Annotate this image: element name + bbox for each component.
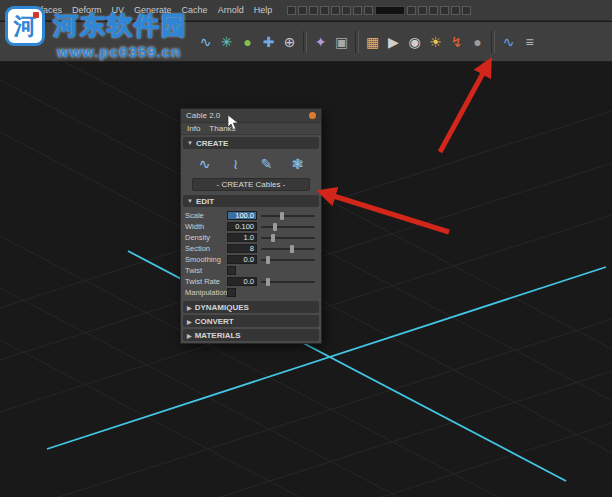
- layout-shortcut-button[interactable]: [309, 6, 318, 15]
- field-label-twist: Twist: [185, 266, 227, 275]
- create-icons-row: ∿≀✎❃: [181, 151, 321, 177]
- layout-shortcut-button[interactable]: [429, 6, 438, 15]
- timeline-box: [375, 6, 405, 15]
- field-label-section: Section: [185, 244, 227, 253]
- layout-shortcut-button[interactable]: [353, 6, 362, 15]
- layout-shortcut-button[interactable]: [451, 6, 460, 15]
- chevron-down-icon: ▼: [187, 198, 193, 204]
- slider-handle[interactable]: [266, 256, 270, 264]
- field-label-density: Density: [185, 233, 227, 242]
- layout-shortcut-button[interactable]: [462, 6, 471, 15]
- chevron-down-icon: ▼: [187, 140, 193, 146]
- star-curve-icon[interactable]: ✳: [217, 31, 237, 53]
- chevron-right-icon: ▶: [187, 304, 192, 311]
- box-tool-icon[interactable]: ▣: [332, 31, 352, 53]
- slider-smoothing[interactable]: [261, 255, 317, 265]
- panel-titlebar[interactable]: Cable 2.0: [181, 109, 321, 123]
- slider-twist-rate[interactable]: [261, 277, 317, 287]
- panel-menubar: InfoThanks: [181, 123, 321, 135]
- layout-shortcut-button[interactable]: [331, 6, 340, 15]
- edit-fields: Scale100.0Width0.100Density1.0Section8Sm…: [181, 209, 321, 299]
- create-cable-light-icon[interactable]: ❃: [287, 153, 309, 175]
- options-icon[interactable]: ≡: [520, 31, 540, 53]
- layout-shortcut-button[interactable]: [287, 6, 296, 15]
- close-icon[interactable]: [309, 112, 316, 119]
- field-label-smoothing: Smoothing: [185, 255, 227, 264]
- watermark-url: www.pc0359.cn: [57, 43, 215, 60]
- slider-handle[interactable]: [266, 278, 270, 286]
- layout-shortcut-button[interactable]: [320, 6, 329, 15]
- layout-shortcut-button[interactable]: [440, 6, 449, 15]
- field-input-width[interactable]: 0.100: [227, 222, 257, 231]
- slider-handle[interactable]: [280, 212, 284, 220]
- panel-tab-info[interactable]: Info: [187, 124, 200, 133]
- star-tool-icon[interactable]: ✦: [311, 31, 331, 53]
- create-cable-arc-icon[interactable]: ≀: [225, 153, 247, 175]
- section-create[interactable]: ▼ CREATE: [183, 137, 319, 149]
- menu-item-arnold[interactable]: Arnold: [213, 5, 249, 15]
- checkbox-manipulation[interactable]: [227, 288, 236, 297]
- watermark-logo-char: 河: [14, 11, 37, 42]
- field-row-width: Width0.100: [181, 221, 321, 232]
- create-cable-curve-icon[interactable]: ∿: [194, 153, 216, 175]
- slider-handle[interactable]: [271, 234, 275, 242]
- slider-handle[interactable]: [290, 245, 294, 253]
- sun-icon[interactable]: ☀: [426, 31, 446, 53]
- layout-shortcut-button[interactable]: [342, 6, 351, 15]
- field-row-section: Section8: [181, 243, 321, 254]
- slider-section[interactable]: [261, 244, 317, 254]
- add-curve-icon[interactable]: ✚: [259, 31, 279, 53]
- slider-density[interactable]: [261, 233, 317, 243]
- field-row-manipulation: Manipulation: [181, 287, 321, 298]
- cable-panel: Cable 2.0 InfoThanks ▼ CREATE ∿≀✎❃ - CRE…: [180, 108, 322, 344]
- gray-sphere-icon[interactable]: ●: [468, 31, 488, 53]
- slider-handle[interactable]: [273, 223, 277, 231]
- slider-width[interactable]: [261, 222, 317, 232]
- field-row-scale: Scale100.0: [181, 210, 321, 221]
- section-edit[interactable]: ▼ EDIT: [183, 195, 319, 207]
- watermark-site-name: 河东软件园: [53, 6, 188, 44]
- field-row-density: Density1.0: [181, 232, 321, 243]
- section-dynamiques[interactable]: ▶DYNAMIQUES: [183, 301, 319, 313]
- slider-scale[interactable]: [261, 211, 317, 221]
- green-sphere-icon[interactable]: ●: [238, 31, 258, 53]
- section-label-convert: CONVERT: [195, 317, 234, 326]
- section-label-dynamiques: DYNAMIQUES: [195, 303, 249, 312]
- image-tool-icon[interactable]: ▦: [363, 31, 383, 53]
- shelf-separator: [355, 31, 359, 53]
- section-convert[interactable]: ▶CONVERT: [183, 315, 319, 327]
- field-input-smoothing[interactable]: 0.0: [227, 255, 257, 264]
- layout-shortcut-buttons: [287, 6, 471, 15]
- create-cable-pencil-icon[interactable]: ✎: [256, 153, 278, 175]
- layout-shortcut-button[interactable]: [407, 6, 416, 15]
- field-label-manipulation: Manipulation: [185, 288, 227, 297]
- field-row-twist: Twist: [181, 265, 321, 276]
- magnifier-icon[interactable]: ⊕: [280, 31, 300, 53]
- field-input-section[interactable]: 8: [227, 244, 257, 253]
- slider-track: [261, 248, 315, 250]
- field-label-twist-rate: Twist Rate: [185, 277, 227, 286]
- field-row-smoothing: Smoothing0.0: [181, 254, 321, 265]
- hook-tool-icon[interactable]: ↯: [447, 31, 467, 53]
- panel-tab-thanks[interactable]: Thanks: [209, 124, 235, 133]
- create-cables-button[interactable]: - CREATE Cables -: [192, 178, 310, 191]
- section-label-materials: MATERIALS: [195, 331, 241, 340]
- play-icon[interactable]: ▶: [384, 31, 404, 53]
- field-input-twist-rate[interactable]: 0.0: [227, 277, 257, 286]
- layout-shortcut-button[interactable]: [298, 6, 307, 15]
- checkbox-twist[interactable]: [227, 266, 236, 275]
- cable-plugin-icon[interactable]: ∿: [499, 31, 519, 53]
- layout-shortcut-button[interactable]: [418, 6, 427, 15]
- panel-title: Cable 2.0: [186, 111, 220, 120]
- section-materials[interactable]: ▶MATERIALS: [183, 329, 319, 341]
- field-input-density[interactable]: 1.0: [227, 233, 257, 242]
- layout-shortcut-button[interactable]: [364, 6, 373, 15]
- field-label-width: Width: [185, 222, 227, 231]
- circle-tool-icon[interactable]: ◉: [405, 31, 425, 53]
- watermark-logo: 河: [5, 6, 45, 46]
- section-create-label: CREATE: [196, 139, 228, 148]
- shelf-separator: [491, 31, 495, 53]
- field-input-scale[interactable]: 100.0: [227, 211, 257, 220]
- grid-axis-lines: [47, 251, 606, 481]
- menu-item-help[interactable]: Help: [249, 5, 278, 15]
